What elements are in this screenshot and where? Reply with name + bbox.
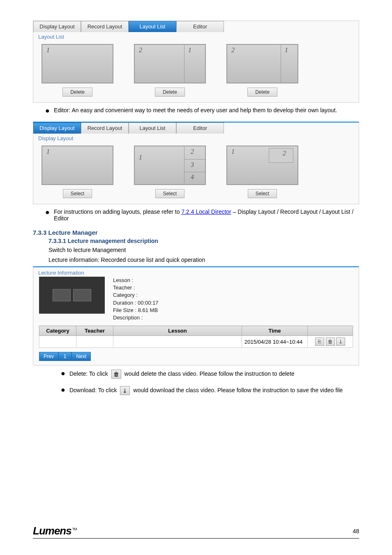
lecture-info-label: Lecture Information [33, 267, 359, 277]
delete-button[interactable]: Delete [247, 88, 277, 97]
page-number: 48 [353, 528, 359, 534]
download-icon[interactable]: ⤓ [336, 338, 345, 346]
bullet-icon: ● [61, 370, 65, 377]
th-category: Category [39, 326, 76, 336]
lecture-info-panel: Lecture Information Lesson : Teacher : C… [33, 266, 359, 365]
th-actions [308, 326, 353, 336]
layout-card-b: 1 2 3 4 Select [134, 146, 206, 198]
text-switch: Switch to lecture Management [48, 247, 359, 253]
layout-list-label: Layout List [33, 32, 359, 42]
layout-thumb-a: 1 [42, 146, 113, 185]
bullet-icon: ● [61, 386, 65, 393]
tab-editor[interactable]: Editor [176, 21, 224, 32]
select-button[interactable]: Select [63, 189, 92, 198]
layout-thumb-1: 1 [42, 44, 113, 83]
display-layout-screenshot: Display Layout Record Layout Layout List… [33, 122, 359, 204]
tab-editor[interactable]: Editor [176, 123, 224, 134]
meta-lesson: Lesson : [113, 277, 159, 284]
pager-next[interactable]: Next [71, 352, 91, 361]
layout-thumb-c: 1 2 [226, 146, 298, 185]
tab-record-layout[interactable]: Record Layout [81, 123, 129, 134]
lecture-meta: Lesson : Teacher : Category : Duration :… [113, 277, 159, 321]
layout-card-2: 2 1 Delete [134, 44, 206, 97]
tab-layout-list[interactable]: Layout List [129, 123, 176, 134]
lumens-logo: LumensTM [33, 525, 77, 537]
cell-lesson [113, 336, 242, 348]
bullet-download: ● Download: To click ⤓ would download th… [48, 386, 359, 395]
select-button[interactable]: Select [155, 189, 184, 198]
ref-link[interactable]: 7.2.4 Local Director [181, 208, 231, 215]
delete-button[interactable]: Delete [62, 88, 92, 97]
layout-thumb-3: 2 1 [226, 44, 298, 83]
lecture-thumbnail [39, 277, 105, 314]
pager: Prev 1 Next [39, 352, 353, 361]
delete-button[interactable]: Delete [155, 88, 185, 97]
pager-prev[interactable]: Prev [39, 352, 58, 361]
text-lecture-info: Lecture information: Recorded course lis… [48, 257, 359, 263]
meta-duration: Duration : 00:00:17 [113, 299, 159, 307]
add-layout-ref-text: For instructions on adding layouts, plea… [54, 208, 359, 222]
editor-description: Editor: An easy and convenient way to me… [54, 107, 337, 113]
meta-category: Category : [113, 291, 159, 299]
layout-thumb-2: 2 1 [134, 44, 206, 83]
meta-description: Description : [113, 314, 159, 321]
bullet-icon: ● [45, 208, 50, 216]
bullet-add-layout-ref: ● For instructions on adding layouts, pl… [33, 208, 359, 222]
layout-card-3: 2 1 Delete [226, 44, 298, 97]
copy-icon[interactable]: ⎘ [315, 338, 324, 346]
download-text: Download: To click ⤓ would download the … [69, 386, 343, 395]
th-time: Time [242, 326, 308, 336]
tabs-row-1: Display Layout Record Layout Layout List… [33, 21, 359, 32]
cell-category [39, 336, 76, 348]
download-icon: ⤓ [120, 386, 130, 395]
layout-card-a: 1 Select [42, 146, 113, 198]
bullet-delete: ● Delete: To click 🗑 would delete the cl… [48, 370, 359, 379]
th-teacher: Teacher [76, 326, 113, 336]
page-footer: LumensTM 48 [33, 525, 359, 539]
tab-layout-list[interactable]: Layout List [129, 21, 176, 32]
select-button[interactable]: Select [248, 189, 277, 198]
tabs-row-2: Display Layout Record Layout Layout List… [33, 123, 359, 134]
cell-time: 2015/04/28 10:44~10:44 [242, 336, 308, 348]
meta-teacher: Teacher : [113, 284, 159, 291]
lecture-table: Category Teacher Lesson Time 2015/04/28 … [39, 326, 353, 348]
th-lesson: Lesson [113, 326, 242, 336]
pager-page-1[interactable]: 1 [58, 352, 72, 361]
layout-thumb-b: 1 2 3 4 [134, 146, 206, 185]
tab-display-layout[interactable]: Display Layout [33, 21, 81, 32]
cell-actions: ⎘ 🗑 ⤓ [308, 336, 353, 348]
cell-teacher [76, 336, 113, 348]
section-heading-733: 7.3.3 Lecture Manager [33, 229, 359, 236]
tab-display-layout[interactable]: Display Layout [33, 123, 81, 134]
meta-filesize: File Size : 8.61 MB [113, 307, 159, 314]
bullet-editor-desc: ● Editor: An easy and convenient way to … [33, 107, 359, 114]
layout-list-screenshot: Display Layout Record Layout Layout List… [33, 21, 359, 103]
trash-icon: 🗑 [111, 370, 121, 379]
layout-card-c: 1 2 Select [226, 146, 298, 198]
table-row: 2015/04/28 10:44~10:44 ⎘ 🗑 ⤓ [39, 336, 353, 348]
trash-icon[interactable]: 🗑 [326, 338, 335, 346]
delete-text: Delete: To click 🗑 would delete the clas… [69, 370, 295, 379]
bullet-icon: ● [45, 107, 50, 114]
section-sub-7331: 7.3.3.1 Lecture management description [48, 238, 359, 244]
layout-card-1: 1 Delete [42, 44, 113, 97]
display-layout-label: Display Layout [33, 134, 359, 143]
tab-record-layout[interactable]: Record Layout [81, 21, 129, 32]
